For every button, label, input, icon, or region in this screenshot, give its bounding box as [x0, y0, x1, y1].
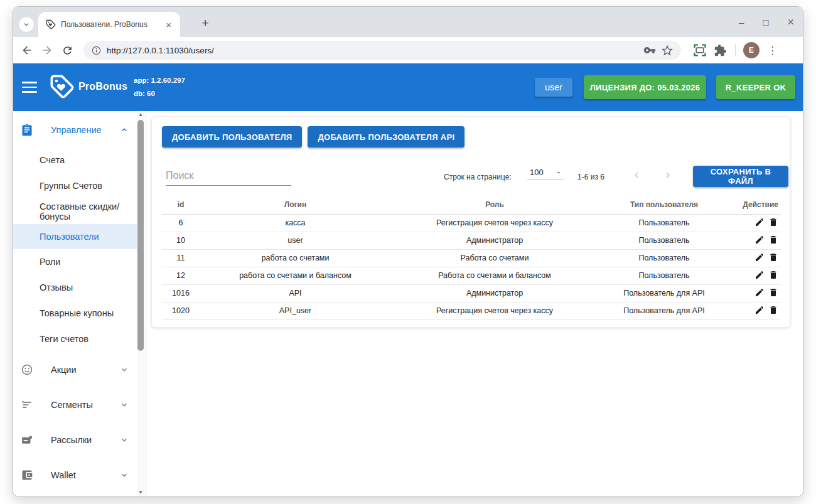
delete-row-button[interactable] — [768, 305, 778, 315]
chevron-left-icon — [631, 170, 642, 180]
sidebar-section-segments[interactable]: Сегменты — [13, 391, 137, 419]
cell-type: Пользователь для API — [598, 284, 730, 302]
sidebar-item-roles[interactable]: Роли — [13, 249, 137, 274]
tab-title: Пользователи. ProBonus — [61, 20, 158, 29]
db-version: db: 60 — [134, 87, 185, 100]
search-input[interactable] — [166, 170, 296, 181]
window-controls: – □ × — [739, 7, 794, 37]
menu-hamburger-icon[interactable] — [22, 80, 37, 94]
search-field[interactable] — [166, 166, 291, 186]
rkeeper-status-button[interactable]: R_KEEPER OK — [716, 75, 795, 99]
delete-row-button[interactable] — [768, 252, 778, 262]
rows-per-page-value: 100 — [530, 168, 544, 177]
edit-row-button[interactable] — [754, 235, 765, 245]
site-info-icon[interactable] — [91, 45, 102, 56]
url-text[interactable]: http://127.0.0.1:11030/users/ — [107, 46, 638, 55]
edit-row-button[interactable] — [754, 252, 765, 262]
password-key-icon[interactable] — [643, 44, 656, 56]
cell-type: Пользователь — [598, 249, 730, 267]
sidebar-section-promotions[interactable]: Акции — [13, 356, 137, 383]
add-api-user-button[interactable]: ДОБАВИТЬ ПОЛЬЗОВАТЕЛЯ API — [308, 126, 464, 147]
trash-icon — [768, 287, 778, 298]
pencil-icon — [754, 287, 765, 298]
bookmark-star-icon[interactable] — [661, 44, 674, 56]
pencil-icon — [754, 252, 765, 262]
save-to-file-button[interactable]: СОХРАНИТЬ В ФАЙЛ — [693, 166, 788, 187]
cell-role: Регистрация счетов через кассу — [391, 214, 598, 232]
delete-row-button[interactable] — [768, 217, 778, 227]
reload-button[interactable] — [60, 43, 75, 58]
new-tab-button[interactable]: + — [198, 16, 213, 31]
browser-toolbar: http://127.0.0.1:11030/users/ E ⋮ — [13, 37, 803, 63]
previous-page-button[interactable] — [629, 168, 644, 183]
sidebar-section-label: Рассылки — [51, 435, 120, 445]
add-user-button[interactable]: ДОБАВИТЬ ПОЛЬЗОВАТЕЛЯ — [162, 126, 302, 147]
sidebar-section-wallet[interactable]: Wallet — [13, 461, 137, 489]
back-button[interactable] — [19, 43, 35, 58]
cell-login: API — [200, 284, 391, 302]
sidebar-section-management[interactable]: Управление — [13, 116, 137, 144]
trash-icon — [768, 235, 778, 245]
chevron-right-icon — [663, 170, 673, 180]
browser-menu-icon[interactable]: ⋮ — [765, 44, 780, 57]
sidebar-item-reviews[interactable]: Отзывы — [13, 275, 137, 300]
browser-tab[interactable]: Пользователи. ProBonus × — [38, 12, 180, 37]
app-version-info: app: 1.2.60.297 db: 60 — [134, 74, 185, 100]
license-button[interactable]: ЛИЦЕНЗИЯ ДО: 05.03.2026 — [584, 75, 706, 99]
sidebar-section-mailings[interactable]: Рассылки — [13, 426, 137, 454]
sidebar-item-account-groups[interactable]: Группы Счетов — [13, 173, 137, 198]
cell-login: работа со счетами — [200, 249, 391, 267]
col-header-login: Логин — [200, 195, 391, 214]
table-row: 10userАдминистраторПользователь — [162, 232, 781, 249]
edit-row-button[interactable] — [754, 305, 765, 315]
cell-role: Работа со счетами — [391, 249, 598, 267]
scroll-down-icon[interactable]: ▼ — [137, 489, 144, 496]
extensions-puzzle-icon[interactable] — [712, 43, 727, 58]
chevron-down-icon — [120, 471, 129, 480]
delete-row-button[interactable] — [768, 287, 778, 298]
cell-login: API_user — [200, 302, 391, 319]
clipboard-icon — [21, 124, 33, 136]
users-table: id Логин Роль Тип пользователя Действие … — [162, 195, 781, 320]
chevron-up-icon — [120, 126, 129, 134]
edit-row-button[interactable] — [754, 217, 765, 227]
wallet-icon — [21, 469, 33, 481]
delete-row-button[interactable] — [768, 270, 778, 280]
sidebar-item-users[interactable]: Пользователи — [13, 224, 137, 249]
sidebar-section-label: Сегменты — [51, 400, 120, 410]
cell-type: Пользователь — [598, 232, 730, 249]
rows-per-page-label: Строк на странице: — [444, 173, 512, 181]
tab-strip: Пользователи. ProBonus × + – □ × — [13, 7, 803, 37]
toolbar-divider — [735, 44, 736, 56]
user-button[interactable]: user — [535, 78, 572, 97]
dropdown-caret-icon — [555, 169, 562, 176]
minimize-button[interactable]: – — [739, 17, 744, 28]
chevron-down-icon — [120, 436, 129, 444]
cell-id: 1020 — [162, 302, 200, 319]
edit-row-button[interactable] — [754, 287, 765, 298]
trash-icon — [768, 252, 778, 262]
forward-button[interactable] — [40, 43, 55, 58]
trash-icon — [768, 217, 778, 227]
sidebar-item-account-tags[interactable]: Теги счетов — [13, 326, 137, 351]
profile-avatar[interactable]: E — [743, 42, 760, 58]
capture-extension-icon[interactable] — [692, 43, 707, 58]
edit-row-button[interactable] — [754, 270, 765, 280]
sidebar-scrollbar[interactable]: ▲ ▼ — [137, 111, 144, 496]
next-page-button[interactable] — [660, 168, 675, 183]
sidebar-item-accounts[interactable]: Счета — [13, 147, 137, 173]
address-bar[interactable]: http://127.0.0.1:11030/users/ — [83, 41, 681, 60]
table-row: 12работа со счетами и балансомРабота со … — [162, 267, 781, 284]
tab-close-button[interactable]: × — [163, 19, 174, 31]
delete-row-button[interactable] — [768, 235, 778, 245]
sidebar-item-product-coupons[interactable]: Товарные купоны — [13, 301, 137, 326]
close-button[interactable]: × — [787, 16, 794, 29]
cell-role: Администратор — [391, 232, 598, 249]
rows-per-page-select[interactable]: 100 — [527, 168, 564, 180]
scroll-up-icon[interactable]: ▲ — [137, 111, 144, 119]
sidebar-item-composite-discounts[interactable]: Составные скидки/бонусы — [13, 199, 137, 224]
cell-role: Администратор — [391, 284, 598, 302]
tab-search-button[interactable] — [18, 16, 35, 33]
scrollbar-thumb[interactable] — [137, 120, 144, 351]
maximize-button[interactable]: □ — [763, 17, 768, 28]
